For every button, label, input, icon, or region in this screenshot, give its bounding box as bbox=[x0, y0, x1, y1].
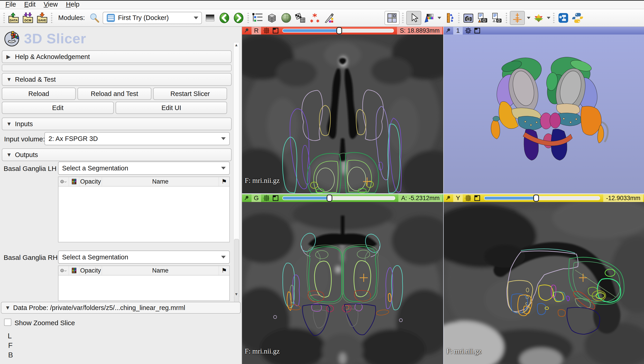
red-view-label[interactable]: R bbox=[252, 27, 261, 35]
toolbar-drag-handle[interactable] bbox=[3, 13, 6, 23]
visibility-column-icon[interactable] bbox=[58, 266, 69, 275]
visibility-column-icon[interactable] bbox=[58, 177, 69, 186]
foreground-volume-label: F: mri.nii.gz bbox=[446, 347, 481, 355]
chevron-down-icon bbox=[221, 256, 226, 258]
threed-view[interactable] bbox=[444, 35, 644, 193]
reload-button[interactable]: Reload bbox=[2, 88, 76, 100]
menu-file[interactable]: File bbox=[6, 1, 16, 8]
import-dicom-icon[interactable]: DCM bbox=[22, 12, 34, 24]
yellow-slider-thumb[interactable] bbox=[533, 195, 539, 202]
rh-segment-table[interactable]: Opacity Name ⚑ bbox=[58, 266, 230, 301]
module-selector[interactable]: First Try (Docker) bbox=[103, 12, 202, 24]
save-data-icon[interactable]: SAVE bbox=[36, 12, 48, 24]
screenshot-icon[interactable] bbox=[462, 12, 474, 24]
reload-and-test-button[interactable]: Reload and Test bbox=[78, 88, 151, 100]
edit-button[interactable]: Edit bbox=[2, 102, 114, 114]
slice-visibility-icon[interactable] bbox=[263, 195, 270, 202]
svg-text:SAVE: SAVE bbox=[38, 19, 46, 22]
flag-column-icon[interactable]: ⚑ bbox=[219, 177, 229, 186]
slice-visibility-icon[interactable] bbox=[263, 27, 270, 34]
data-probe-section[interactable]: ▼ Data Probe: /private/var/folders/z5/..… bbox=[1, 302, 241, 314]
extension-manager-icon[interactable] bbox=[557, 12, 570, 24]
models-icon[interactable] bbox=[280, 12, 292, 24]
green-slice-view[interactable]: F: mri.nii.gz bbox=[242, 202, 443, 364]
opacity-column-header[interactable]: Opacity bbox=[79, 177, 102, 186]
ruler-icon[interactable] bbox=[443, 12, 456, 24]
view-menu-icon[interactable] bbox=[272, 195, 279, 202]
basal-ganglia-lh-selector[interactable]: Select a Segmentation bbox=[58, 161, 230, 175]
red-slice-view[interactable]: F: mri.nii.gz bbox=[242, 35, 443, 193]
module-history-back-icon[interactable] bbox=[218, 12, 230, 24]
toolbar-drag-handle[interactable] bbox=[458, 13, 460, 23]
opacity-column-header[interactable]: Opacity bbox=[79, 266, 102, 275]
toolbar-drag-handle[interactable] bbox=[247, 13, 250, 23]
reload-test-section[interactable]: ▼ Reload & Test bbox=[2, 73, 232, 86]
view-menu-icon[interactable] bbox=[474, 27, 481, 34]
subject-hierarchy-icon[interactable] bbox=[252, 12, 264, 24]
yellow-slice-view[interactable]: F: mri.nii.gz bbox=[444, 202, 644, 364]
menu-help[interactable]: Help bbox=[66, 1, 80, 8]
toolbar-drag-handle[interactable] bbox=[50, 13, 53, 23]
menu-edit[interactable]: Edit bbox=[24, 1, 36, 8]
crosshair-dropdown-icon[interactable] bbox=[527, 17, 530, 19]
yellow-view-label[interactable]: Y bbox=[453, 194, 463, 202]
view-menu-icon[interactable] bbox=[272, 27, 279, 34]
markups-icon[interactable] bbox=[309, 12, 321, 24]
yellow-slice-slider[interactable] bbox=[483, 194, 602, 202]
window-level-icon[interactable] bbox=[204, 12, 216, 24]
scene-view-restore-icon[interactable] bbox=[491, 12, 503, 24]
pin-icon[interactable] bbox=[243, 28, 250, 34]
green-view-label[interactable]: G bbox=[252, 194, 261, 202]
scene-view-camera-icon[interactable] bbox=[476, 12, 489, 24]
green-slider-thumb[interactable] bbox=[327, 195, 332, 202]
slice-intersections-icon[interactable] bbox=[532, 12, 545, 24]
lh-segment-table[interactable]: Opacity Name ⚑ bbox=[58, 176, 230, 242]
crosshair-button[interactable] bbox=[510, 11, 525, 25]
name-column-header[interactable]: Name bbox=[102, 266, 219, 275]
layout-selector-button[interactable] bbox=[384, 11, 400, 25]
python-console-icon[interactable] bbox=[572, 12, 584, 24]
toolbar-drag-handle[interactable] bbox=[505, 13, 508, 23]
module-history-forward-icon[interactable] bbox=[232, 12, 245, 24]
toolbar-drag-handle[interactable] bbox=[402, 13, 404, 23]
svg-text:DCM: DCM bbox=[24, 19, 32, 22]
color-column-icon[interactable] bbox=[69, 177, 79, 186]
panel-scrollbar[interactable]: ▲ ▼ bbox=[234, 42, 239, 297]
colors-dropdown-icon[interactable] bbox=[438, 17, 441, 19]
outputs-section[interactable]: ▼ Outputs bbox=[2, 148, 232, 161]
scrollbar-thumb[interactable] bbox=[234, 239, 239, 310]
color-column-icon[interactable] bbox=[69, 266, 79, 275]
annotations-icon[interactable] bbox=[323, 12, 335, 24]
slice-intersections-dropdown-icon[interactable] bbox=[547, 17, 550, 19]
help-acknowledgement-section[interactable]: ▶ Help & Acknowledgement bbox=[2, 50, 232, 63]
slice-visibility-icon[interactable] bbox=[464, 195, 472, 202]
menu-view[interactable]: View bbox=[44, 1, 58, 8]
load-data-icon[interactable]: DATA bbox=[8, 12, 20, 24]
scroll-up-icon[interactable]: ▲ bbox=[234, 43, 239, 48]
center-view-icon[interactable] bbox=[464, 27, 472, 34]
pin-icon[interactable] bbox=[444, 28, 452, 34]
toolbar-drag-handle[interactable] bbox=[552, 13, 555, 23]
input-volume-selector[interactable]: 2: Ax FSPGR 3D bbox=[44, 132, 230, 145]
basal-ganglia-rh-selector[interactable]: Select a Segmentation bbox=[58, 251, 230, 264]
pin-icon[interactable] bbox=[243, 195, 250, 201]
pin-icon[interactable] bbox=[444, 195, 452, 201]
view-menu-icon[interactable] bbox=[474, 195, 481, 202]
flag-column-icon[interactable]: ⚑ bbox=[219, 266, 229, 275]
colors-icon[interactable] bbox=[423, 12, 436, 24]
name-column-header[interactable]: Name bbox=[102, 177, 219, 186]
mouse-mode-button[interactable] bbox=[406, 11, 421, 25]
restart-slicer-button[interactable]: Restart Slicer bbox=[153, 88, 227, 100]
threed-view-label[interactable]: 1 bbox=[453, 27, 463, 35]
collapse-down-icon: ▼ bbox=[6, 152, 11, 158]
transforms-icon[interactable] bbox=[294, 12, 306, 24]
inputs-section[interactable]: ▼ Inputs bbox=[2, 118, 232, 130]
red-slider-thumb[interactable] bbox=[336, 27, 342, 34]
show-zoomed-slice-checkbox[interactable] bbox=[4, 319, 11, 326]
module-search-icon[interactable] bbox=[88, 12, 100, 24]
scroll-down-icon[interactable]: ▼ bbox=[234, 292, 239, 297]
green-slice-slider[interactable] bbox=[281, 194, 396, 202]
volumes-icon[interactable] bbox=[266, 12, 278, 24]
red-slice-slider[interactable] bbox=[281, 27, 395, 35]
edit-ui-button[interactable]: Edit UI bbox=[116, 102, 227, 114]
